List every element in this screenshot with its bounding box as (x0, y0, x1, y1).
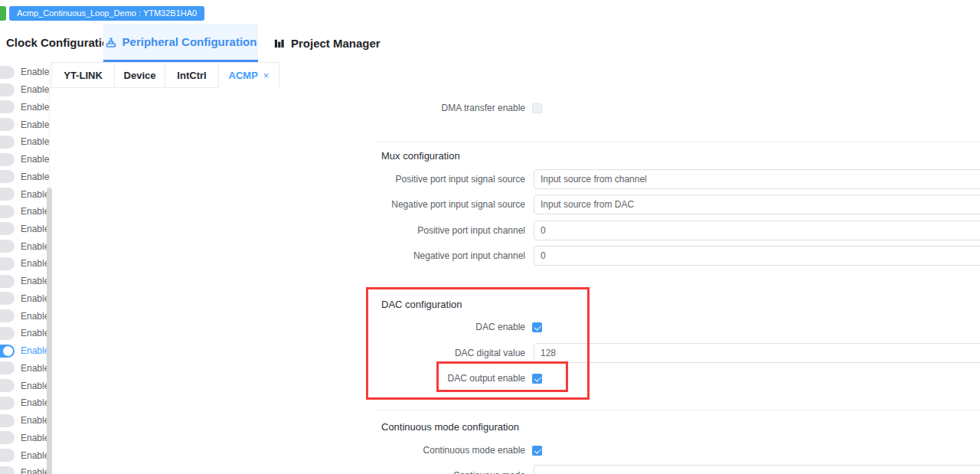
peripheral-icon (105, 36, 117, 48)
enable-row: Enable (0, 412, 46, 430)
enable-toggle[interactable] (0, 414, 15, 427)
enable-row: Enable (0, 394, 46, 412)
enable-toggle[interactable] (0, 66, 15, 79)
enable-label: Enable (21, 84, 49, 95)
subtab-device[interactable]: Device (114, 62, 165, 88)
negative-source-label: Negative port input signal source (391, 195, 525, 214)
enable-label: Enable (21, 363, 49, 374)
enable-row: Enable (0, 133, 46, 151)
enable-row: Enable (0, 151, 46, 168)
enable-toggle[interactable] (0, 153, 15, 166)
enable-row: Enable (0, 446, 46, 464)
enable-toggle[interactable] (0, 327, 15, 340)
enable-label: Enable (21, 189, 49, 200)
enable-label: Enable (21, 119, 49, 130)
continuous-mode-enable-label: Continuous mode enable (423, 440, 525, 460)
enable-label: Enable (21, 241, 49, 252)
enable-toggle[interactable] (0, 345, 15, 358)
enable-row: Enable (0, 290, 46, 308)
enable-toggle[interactable] (0, 397, 15, 410)
enable-row: Enable (0, 255, 46, 273)
enable-toggle[interactable] (0, 100, 15, 113)
enable-row: Enable (0, 307, 46, 325)
enable-label: Enable (21, 224, 49, 234)
enable-row: Enable (0, 359, 46, 377)
enable-label: Enable (21, 433, 49, 443)
negative-channel-input[interactable] (534, 246, 980, 266)
section-divider (377, 410, 980, 410)
app-window: Acmp_Continuous_Loop_Demo : YTM32B1HA0 C… (0, 0, 980, 474)
mux-configuration-title: Mux configuration (381, 150, 460, 162)
dac-enable-checkbox[interactable] (532, 322, 542, 332)
project-manager-icon (273, 38, 285, 49)
negative-channel-label: Negative port input channel (413, 246, 525, 266)
enable-label: Enable (21, 467, 49, 474)
enable-row: Enable (0, 273, 46, 290)
enable-label: Enable (21, 328, 49, 338)
enable-label: Enable (21, 172, 49, 182)
positive-source-select[interactable] (534, 169, 980, 189)
enable-switch-list: Enable Enable Enable Enable Enable Enabl… (0, 64, 46, 474)
enable-toggle[interactable] (0, 292, 15, 305)
enable-toggle[interactable] (0, 170, 15, 183)
dma-transfer-enable-label: DMA transfer enable (442, 98, 525, 118)
sidebar-scrollbar[interactable] (47, 188, 52, 474)
project-badge[interactable]: Acmp_Continuous_Loop_Demo : YTM32B1HA0 (9, 6, 204, 21)
enable-label: Enable (21, 345, 49, 356)
enable-row: Enable (0, 203, 46, 221)
enable-label: Enable (21, 258, 49, 269)
tab-project-label: Project Manager (291, 37, 381, 50)
dac-output-enable-checkbox[interactable] (532, 374, 542, 384)
subtab-ytlink[interactable]: YT-LINK (51, 62, 115, 88)
enable-row: Enable (0, 185, 46, 203)
enable-label: Enable (21, 311, 49, 322)
enable-toggle[interactable] (0, 466, 15, 474)
dac-enable-label: DAC enable (475, 317, 525, 337)
enable-row: Enable (0, 377, 46, 394)
enable-toggle[interactable] (0, 136, 15, 149)
enable-toggle[interactable] (0, 275, 15, 288)
enable-label: Enable (21, 154, 49, 165)
enable-toggle[interactable] (0, 118, 15, 131)
subtab-acmp[interactable]: ACMP × (218, 62, 279, 88)
enable-toggle[interactable] (0, 240, 15, 253)
enable-label: Enable (21, 136, 49, 147)
enable-toggle[interactable] (0, 205, 15, 218)
enable-toggle[interactable] (0, 379, 15, 392)
tab-clock-configuration[interactable]: Clock Configuration (0, 24, 116, 62)
enable-label: Enable (21, 450, 49, 461)
dma-transfer-enable-checkbox[interactable] (532, 103, 542, 113)
enable-row: Enable (0, 429, 46, 446)
enable-toggle[interactable] (0, 83, 15, 96)
enable-label: Enable (21, 293, 49, 304)
tab-project-manager[interactable]: Project Manager (273, 24, 381, 62)
positive-channel-label: Positive port input channel (417, 221, 525, 240)
enable-toggle[interactable] (0, 449, 15, 462)
tab-peripheral-configuration[interactable]: Peripheral Configuration (103, 24, 258, 62)
enable-row: Enable (0, 325, 46, 342)
close-icon[interactable]: × (263, 70, 270, 80)
enable-label: Enable (21, 206, 49, 217)
continuous-partial-label: Continuous mode (453, 466, 525, 474)
positive-source-label: Positive port input signal source (396, 169, 525, 189)
enable-row: Enable (0, 168, 46, 185)
enable-label: Enable (21, 397, 49, 408)
dac-digital-value-input[interactable] (534, 343, 980, 363)
enable-toggle[interactable] (0, 309, 15, 322)
enable-row: Enable (0, 237, 46, 255)
positive-channel-input[interactable] (534, 221, 980, 240)
subtab-intctrl[interactable]: IntCtrl (165, 62, 219, 88)
enable-label: Enable (21, 415, 49, 426)
enable-toggle[interactable] (0, 431, 15, 444)
dac-digital-value-label: DAC digital value (455, 343, 525, 363)
negative-source-select[interactable] (534, 195, 980, 214)
enable-toggle[interactable] (0, 188, 15, 201)
enable-toggle[interactable] (0, 257, 15, 270)
enable-toggle[interactable] (0, 361, 15, 374)
enable-toggle[interactable] (0, 222, 15, 235)
enable-label: Enable (21, 276, 49, 286)
subtab-acmp-label: ACMP (229, 70, 258, 81)
continuous-mode-enable-checkbox[interactable] (532, 446, 542, 456)
dac-output-enable-label: DAC output enable (448, 368, 525, 388)
continuous-partial-input[interactable] (534, 465, 980, 474)
